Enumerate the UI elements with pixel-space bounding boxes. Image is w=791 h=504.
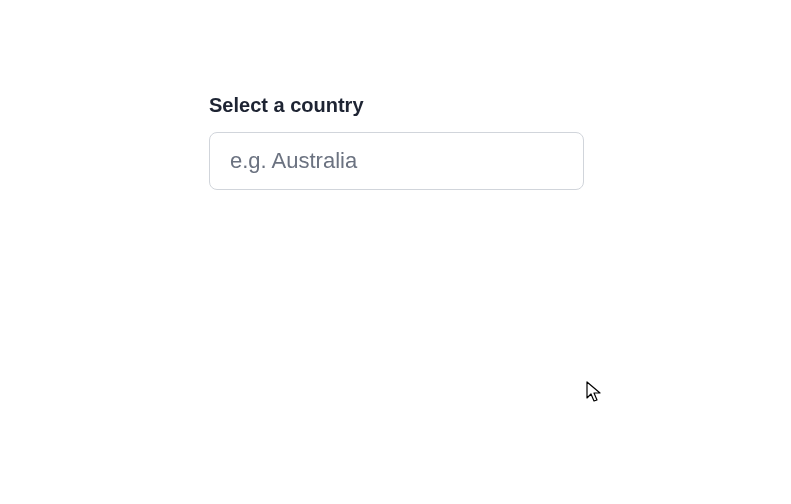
mouse-cursor-icon — [586, 381, 602, 403]
country-select-group: Select a country — [209, 94, 584, 190]
country-input[interactable] — [209, 132, 584, 190]
country-label: Select a country — [209, 94, 584, 117]
